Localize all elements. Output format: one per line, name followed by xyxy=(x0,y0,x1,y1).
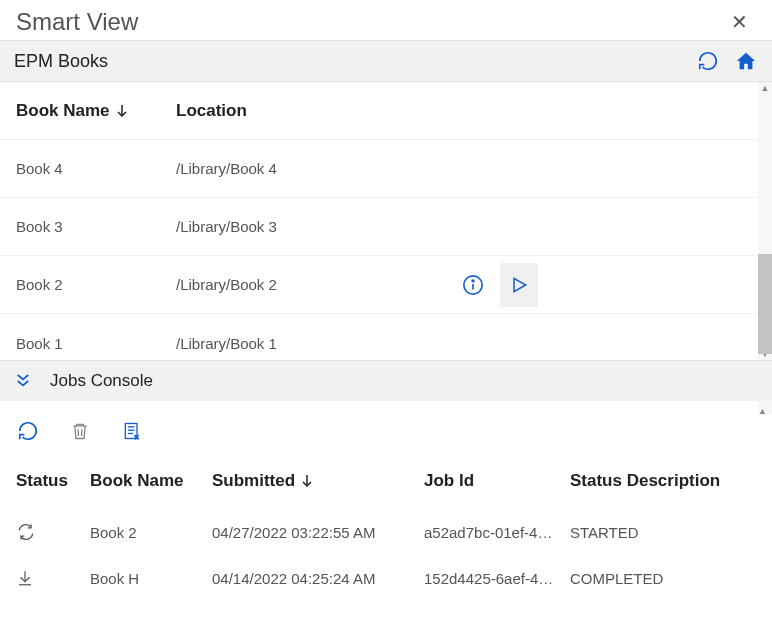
book-location: /Library/Book 4 xyxy=(176,160,396,177)
job-desc: STARTED xyxy=(570,524,756,541)
delete-icon[interactable] xyxy=(68,419,92,443)
job-book: Book H xyxy=(90,570,212,587)
job-submitted: 04/27/2022 03:22:55 AM xyxy=(212,524,424,541)
book-location: /Library/Book 2 xyxy=(176,276,396,293)
panel-title: Smart View xyxy=(16,8,138,36)
jobs-row[interactable]: Book 2 04/27/2022 03:22:55 AM a52ad7bc-0… xyxy=(0,509,772,555)
subheader-actions xyxy=(696,49,758,73)
jobs-table-header: Status Book Name Submitted Job Id Status… xyxy=(0,453,772,509)
jobs-col-status[interactable]: Status xyxy=(16,471,90,491)
subheader-bar: EPM Books xyxy=(0,40,772,82)
scroll-up-icon[interactable]: ▲ xyxy=(758,405,767,417)
download-icon[interactable] xyxy=(16,569,34,587)
books-table: Book Name Location Book 4 /Library/Book … xyxy=(0,82,772,360)
running-icon xyxy=(16,522,36,542)
subheader-title: EPM Books xyxy=(14,51,108,72)
jobs-col-jobid[interactable]: Job Id xyxy=(424,471,570,491)
job-id: 152d4425-6aef-4… xyxy=(424,570,570,587)
run-icon[interactable] xyxy=(500,263,538,307)
table-row[interactable]: Book 2 /Library/Book 2 xyxy=(0,256,772,314)
sort-desc-icon[interactable] xyxy=(116,104,128,118)
table-row[interactable]: Book 3 /Library/Book 3 xyxy=(0,198,772,256)
book-name: Book 1 xyxy=(16,335,176,352)
jobs-row[interactable]: Book H 04/14/2022 04:25:24 AM 152d4425-6… xyxy=(0,555,772,601)
books-table-header: Book Name Location xyxy=(0,82,772,140)
home-icon[interactable] xyxy=(734,49,758,73)
sort-desc-icon[interactable] xyxy=(301,474,313,488)
book-location: /Library/Book 1 xyxy=(176,335,396,352)
table-row[interactable]: Book 4 /Library/Book 4 xyxy=(0,140,772,198)
book-name: Book 3 xyxy=(16,218,176,235)
scrollbar-lower[interactable]: ▲ xyxy=(758,401,772,415)
job-id: a52ad7bc-01ef-4… xyxy=(424,524,570,541)
info-icon[interactable] xyxy=(454,263,492,307)
job-desc: COMPLETED xyxy=(570,570,756,587)
svg-marker-3 xyxy=(514,278,526,291)
close-icon[interactable]: ✕ xyxy=(723,10,756,34)
jobs-col-book[interactable]: Book Name xyxy=(90,471,212,491)
jobs-col-submitted[interactable]: Submitted xyxy=(212,471,295,491)
book-location: /Library/Book 3 xyxy=(176,218,396,235)
book-name: Book 2 xyxy=(16,276,176,293)
jobs-console-title: Jobs Console xyxy=(50,371,153,391)
jobs-toolbar xyxy=(0,401,772,453)
clear-list-icon[interactable] xyxy=(120,419,144,443)
svg-point-2 xyxy=(472,279,474,281)
books-col-location[interactable]: Location xyxy=(176,101,247,121)
jobs-col-desc[interactable]: Status Description xyxy=(570,471,756,491)
panel-title-bar: Smart View ✕ xyxy=(0,0,772,40)
job-submitted: 04/14/2022 04:25:24 AM xyxy=(212,570,424,587)
book-name: Book 4 xyxy=(16,160,176,177)
table-row[interactable]: Book 1 /Library/Book 1 xyxy=(0,314,772,372)
refresh-icon[interactable] xyxy=(696,49,720,73)
refresh-jobs-icon[interactable] xyxy=(16,419,40,443)
scroll-thumb[interactable] xyxy=(758,254,772,354)
scroll-up-icon[interactable]: ▲ xyxy=(761,82,770,94)
jobs-console-body: Status Book Name Submitted Job Id Status… xyxy=(0,401,772,601)
collapse-icon[interactable] xyxy=(14,372,32,390)
job-book: Book 2 xyxy=(90,524,212,541)
books-col-bookname[interactable]: Book Name xyxy=(16,101,110,121)
